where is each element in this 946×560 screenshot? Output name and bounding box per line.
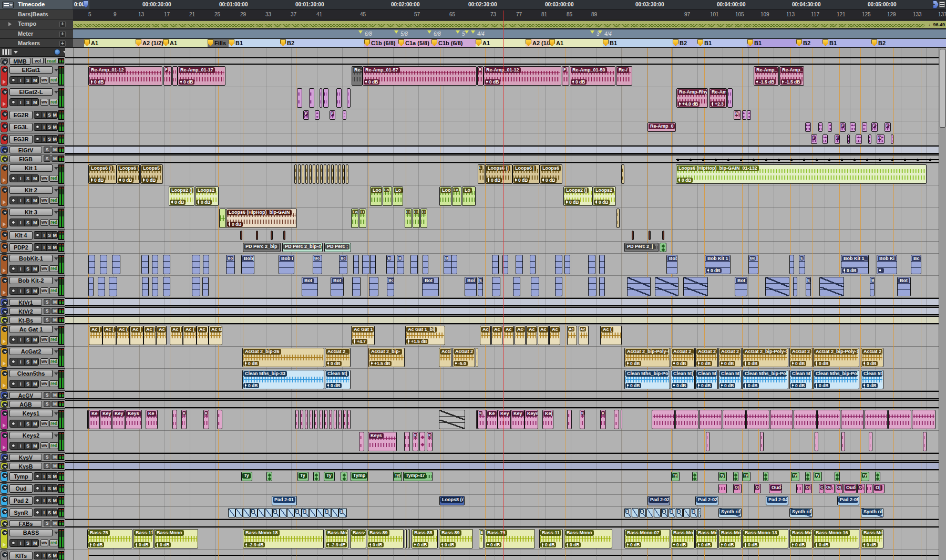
clip-synth-riff[interactable]: Synth riff bbox=[789, 508, 813, 517]
track-header-bass[interactable]: BASSISMwvred bbox=[0, 528, 65, 550]
clip-loops6-hiphop-bip-gain[interactable]: Loops6 (HipHop)_bip-GAIN0 dB bbox=[226, 209, 297, 228]
track-volume-button[interactable]: vol bbox=[32, 58, 44, 64]
track-header-keys2[interactable]: Keys2ISMwvred bbox=[0, 431, 65, 453]
clip[interactable] bbox=[298, 164, 301, 184]
record-enable-button[interactable] bbox=[36, 245, 39, 249]
clip-s[interactable]: S bbox=[338, 508, 347, 517]
clip[interactable] bbox=[621, 164, 624, 184]
clip-bass-mono[interactable]: Bass-Mono0 dB bbox=[154, 529, 198, 548]
clip[interactable] bbox=[439, 410, 465, 429]
track-playlist-arrow[interactable] bbox=[3, 102, 6, 106]
clock-icon[interactable] bbox=[54, 49, 60, 55]
track-s-button[interactable]: S bbox=[24, 77, 32, 84]
clip-acgat-2-[interactable]: AcGat 2_0 dB bbox=[861, 348, 883, 367]
clip[interactable] bbox=[742, 110, 746, 120]
track-name-dropdown[interactable] bbox=[54, 211, 58, 214]
bars-beats-ruler[interactable]: 5913172125293337414557657377818589971011… bbox=[73, 10, 946, 19]
track-s-button[interactable]: S bbox=[24, 99, 32, 106]
track-view-selector[interactable]: wv bbox=[40, 358, 48, 365]
track-header-eg2r[interactable]: EG2RISM bbox=[0, 109, 65, 121]
clip-s[interactable]: S bbox=[691, 508, 697, 517]
track-collapse-button[interactable] bbox=[2, 165, 7, 171]
track-collapse-button[interactable] bbox=[2, 232, 7, 237]
track-name-dropdown[interactable] bbox=[54, 412, 58, 415]
track-s-button[interactable]: S bbox=[24, 337, 32, 343]
clip[interactable] bbox=[320, 164, 323, 184]
clip-pad-2-02[interactable]: Pad 2-02 bbox=[695, 496, 718, 505]
clip[interactable] bbox=[632, 231, 634, 240]
record-enable-button[interactable] bbox=[36, 233, 39, 237]
clip[interactable] bbox=[423, 255, 428, 274]
track-mute-button[interactable]: M bbox=[52, 299, 58, 305]
track-name[interactable]: KtVr2 bbox=[9, 308, 42, 315]
track-name-dropdown[interactable] bbox=[54, 91, 58, 94]
clip-k[interactable]: K bbox=[181, 410, 187, 429]
track-lane-eg2r[interactable]: FFR bbox=[65, 109, 939, 121]
clip[interactable] bbox=[314, 410, 317, 429]
clip-e[interactable]: E bbox=[479, 529, 484, 548]
track-lane-keys1[interactable]: KeKeyKeyKeysKeKKKKeKeyKeyKeysKe|KK bbox=[65, 409, 939, 431]
track-name[interactable]: PDP2 bbox=[9, 243, 33, 252]
clip-l[interactable]: L bbox=[478, 164, 485, 184]
clip-ac-gat-1-bi-[interactable]: Ac Gat 1_bi|+1.5 dB bbox=[405, 326, 445, 345]
clip[interactable] bbox=[192, 255, 200, 274]
track-name[interactable]: KtVr1 bbox=[9, 299, 42, 306]
track-automation-mode[interactable]: red bbox=[49, 99, 58, 106]
record-enable-button[interactable] bbox=[12, 78, 15, 82]
clip-tymp-47[interactable]: Tymp-47 bbox=[403, 472, 433, 481]
clip[interactable] bbox=[88, 255, 95, 274]
record-enable-button[interactable] bbox=[12, 541, 15, 545]
track-header-pad-2[interactable]: Pad 2ISM bbox=[0, 495, 65, 507]
clip-re-amp-rhy[interactable]: Re-Amp-Rhy+4.0 dB bbox=[676, 88, 708, 108]
track-solo-button[interactable]: S bbox=[44, 308, 50, 314]
clip-loops6-hiphop-bip-gain-01-132[interactable]: Loops6 (HipHop)_bip-GAIN_01-1320 dB bbox=[676, 164, 927, 184]
clip[interactable] bbox=[335, 164, 337, 184]
clip-synth-riff[interactable]: Synth riff bbox=[718, 508, 742, 517]
track-i-button[interactable]: I bbox=[17, 540, 24, 546]
track-lane-eg3r[interactable]: FFR bbox=[65, 133, 939, 146]
clip-loops2[interactable]: Loops20 dB bbox=[593, 186, 616, 206]
clip-clean-5t-[interactable]: Clean 5t|0 dB bbox=[671, 370, 695, 389]
track-name-dropdown[interactable] bbox=[54, 69, 58, 71]
clip[interactable] bbox=[287, 508, 294, 517]
clip-f[interactable]: F bbox=[840, 122, 846, 132]
clip[interactable] bbox=[341, 472, 347, 481]
track-s-button[interactable]: S bbox=[24, 288, 32, 294]
clip[interactable] bbox=[346, 164, 348, 184]
track-automation-mode[interactable]: red bbox=[49, 287, 58, 294]
track-i-button[interactable]: I bbox=[17, 359, 24, 365]
clip[interactable] bbox=[875, 472, 880, 481]
clip[interactable] bbox=[616, 209, 620, 228]
track-collapse-button[interactable] bbox=[2, 485, 7, 490]
record-enable-button[interactable] bbox=[12, 100, 15, 104]
clip[interactable] bbox=[847, 134, 850, 144]
clip[interactable] bbox=[359, 432, 364, 451]
clip[interactable] bbox=[692, 472, 697, 481]
track-name[interactable]: BobKit-1 bbox=[9, 255, 53, 262]
track-m-button[interactable]: M bbox=[31, 540, 38, 546]
clip-clean-5t-[interactable]: Clean 5t|0 dB bbox=[789, 370, 813, 389]
clip[interactable] bbox=[310, 410, 313, 429]
clip-f[interactable]: F bbox=[835, 134, 840, 144]
clip-li[interactable]: Li bbox=[420, 209, 427, 228]
track-m-button[interactable]: M bbox=[52, 124, 57, 130]
track-lane-kysb[interactable] bbox=[65, 462, 939, 471]
track-s-button[interactable]: S bbox=[46, 232, 52, 238]
clip-e[interactable]: E bbox=[478, 277, 483, 296]
tempo-ruler[interactable]: ♩96.49 bbox=[73, 19, 946, 29]
clip-pd-perc-2-[interactable]: PD Perc 2_| bbox=[624, 243, 659, 252]
track-collapse-button[interactable] bbox=[2, 371, 7, 376]
clip-acgat-2[interactable]: AcGat 2-5.0 bbox=[453, 348, 475, 367]
track-record-input-solo-mute[interactable]: ISM bbox=[9, 76, 39, 84]
clip-s[interactable]: S bbox=[669, 508, 675, 517]
track-i-button[interactable]: I bbox=[17, 421, 24, 427]
track-name[interactable]: Oud bbox=[9, 484, 33, 493]
track-collapse-button[interactable] bbox=[2, 123, 7, 129]
ruler-label-meter[interactable]: Meter+ bbox=[0, 29, 73, 39]
clip-bass-11[interactable]: Bass-110 dB bbox=[539, 529, 563, 548]
track-collapse-button[interactable] bbox=[2, 256, 7, 261]
track-mute-button[interactable]: M bbox=[52, 317, 58, 323]
clip-clean-5ths-bip-poly[interactable]: Clean 5ths_bip-Poly0 dB bbox=[742, 370, 788, 389]
arrangement-area[interactable]: Re-Amp_01-120 dBFRe-Amp_01-170 dBRe-Re-A… bbox=[65, 48, 939, 560]
clip-acgat-2-[interactable]: AcGat 2_0 dB bbox=[325, 348, 351, 367]
